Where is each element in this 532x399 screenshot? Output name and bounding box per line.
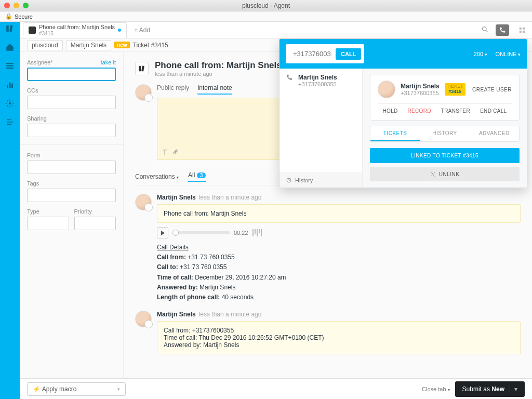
browser-address-bar: 🔒 Secure [0, 11, 532, 22]
apps-icon-button[interactable] [515, 24, 529, 36]
expand-icon[interactable] [5, 117, 15, 127]
phone-icon [286, 74, 294, 83]
priority-label: Priority [74, 208, 92, 215]
ticket-tab-icon [29, 26, 36, 34]
conversations-dropdown[interactable]: Conversations ▾ [135, 173, 179, 180]
linked-ticket-button[interactable]: LINKED TO TICKET #3415 [370, 148, 520, 163]
crumb-ticket: Ticket #3415 [133, 42, 168, 49]
call-button[interactable]: CALL [336, 48, 361, 60]
svg-rect-16 [523, 31, 525, 33]
audio-waveform-icon [252, 229, 262, 236]
author-avatar [135, 194, 152, 210]
msg1-time: less than a minute ago [199, 194, 262, 201]
svg-rect-11 [7, 124, 11, 125]
assignee-label: Assignee* [27, 59, 53, 65]
crumb-user[interactable]: Martijn Snels [66, 40, 111, 50]
ticket-type-icon [135, 62, 149, 75]
subtab-history[interactable]: HISTORY [420, 126, 469, 141]
svg-rect-6 [9, 83, 11, 88]
tab-title: Phone call from: Martijn Snels [39, 24, 115, 30]
text-format-icon[interactable]: T [163, 148, 167, 156]
attachment-icon[interactable] [172, 148, 179, 156]
crumb-org[interactable]: pluscloud [27, 40, 63, 50]
svg-rect-9 [7, 119, 11, 121]
contact-card: Martijn Snels +31737600355 TICKET #3415 … [370, 75, 520, 121]
unsaved-indicator-icon [118, 29, 121, 32]
callpanel-subtabs: TICKETS HISTORY ADVANCED [370, 126, 520, 142]
priority-input[interactable] [74, 217, 116, 230]
svg-point-8 [9, 102, 11, 105]
contact-avatar [378, 81, 395, 98]
views-icon[interactable] [5, 61, 15, 71]
transfer-button[interactable]: TRANSFER [441, 108, 470, 114]
conversations-all-tab[interactable]: All 3 [188, 171, 206, 182]
ticket-footer: ⚡ Apply macro▾ Close tab ▾ Submit as New… [20, 378, 532, 399]
reports-icon[interactable] [5, 80, 15, 89]
form-input[interactable] [27, 161, 116, 174]
lock-icon: 🔒 [5, 13, 12, 20]
workspace-tab-ticket[interactable]: Phone call from: Martijn Snels #3415 [23, 22, 127, 38]
submit-dropdown-icon[interactable]: ▾ [510, 385, 517, 393]
phone-icon-button[interactable] [496, 24, 509, 36]
type-input[interactable] [27, 217, 69, 230]
svg-rect-2 [6, 63, 14, 64]
record-button[interactable]: RECORD [408, 108, 431, 114]
sharing-label: Sharing [27, 115, 47, 122]
form-label: Form [27, 152, 41, 158]
caller-name: Martijn Snels [298, 74, 337, 81]
create-user-button[interactable]: CREATE USER [472, 87, 512, 92]
apply-macro-dropdown[interactable]: ⚡ Apply macro▾ [27, 382, 126, 396]
history-toggle[interactable]: History [280, 172, 362, 188]
svg-rect-5 [7, 85, 8, 88]
page-title: Phone call from: Martijn Snels [155, 60, 282, 71]
extension-dropdown[interactable]: 200 [474, 51, 487, 57]
author-avatar [135, 311, 152, 327]
search-icon[interactable] [481, 25, 489, 35]
dial-number-input[interactable] [289, 47, 336, 60]
contact-name: Martijn Snels [401, 83, 440, 90]
new-badge: new [114, 42, 129, 48]
subtab-advanced[interactable]: ADVANCED [470, 126, 519, 141]
ccs-input[interactable] [27, 96, 116, 109]
sharing-input[interactable] [27, 124, 116, 137]
audio-scrubber[interactable] [172, 231, 230, 234]
minimize-window-dot[interactable] [14, 3, 19, 8]
svg-rect-18 [141, 65, 144, 71]
window-titlebar: pluscloud - Agent [0, 0, 532, 11]
dial-input-group: CALL [286, 44, 364, 63]
audio-play-button[interactable] [157, 227, 168, 238]
take-it-link[interactable]: take it [101, 59, 116, 65]
submit-button[interactable]: Submit as New ▾ [455, 381, 525, 397]
svg-rect-3 [6, 65, 14, 66]
unlink-button[interactable]: UNLINK [370, 167, 520, 181]
tags-input[interactable] [27, 189, 116, 202]
msg1-body: Phone call from: Martijn Snels [157, 204, 521, 223]
call-right-column: Martijn Snels +31737600355 TICKET #3415 … [363, 69, 527, 188]
svg-point-12 [483, 26, 487, 31]
settings-icon[interactable] [5, 99, 15, 108]
close-window-dot[interactable] [4, 3, 10, 8]
ticket-properties-panel: Assignee* take it CCs Sharing Form Tags … [20, 52, 124, 378]
home-icon[interactable] [5, 43, 15, 52]
svg-rect-1 [9, 25, 13, 32]
call-panel: CALL 200 ONLINE Martijn Snels +317376003… [279, 38, 527, 188]
ccs-label: CCs [27, 87, 38, 94]
end-call-button[interactable]: END CALL [480, 108, 507, 114]
msg1-author: Martijn Snels [157, 194, 196, 201]
status-dropdown[interactable]: ONLINE [496, 51, 521, 57]
ticket-created-time: less than a minute ago [155, 71, 282, 77]
window-title: pluscloud - Agent [242, 2, 290, 9]
public-reply-tab[interactable]: Public reply [157, 84, 189, 95]
secure-label: Secure [15, 14, 33, 20]
add-tab-button[interactable]: + Add [129, 26, 155, 34]
close-tab-button[interactable]: Close tab ▾ [422, 386, 450, 392]
call-panel-header: CALL 200 ONLINE [280, 39, 527, 69]
subtab-tickets[interactable]: TICKETS [370, 126, 420, 141]
assignee-input[interactable] [27, 68, 116, 81]
conversation-count: 3 [197, 172, 206, 178]
internal-note-tab[interactable]: Internal note [197, 84, 232, 95]
hold-button[interactable]: HOLD [383, 108, 398, 114]
logo-icon[interactable] [5, 24, 15, 33]
maximize-window-dot[interactable] [23, 3, 29, 8]
svg-rect-4 [6, 68, 14, 69]
